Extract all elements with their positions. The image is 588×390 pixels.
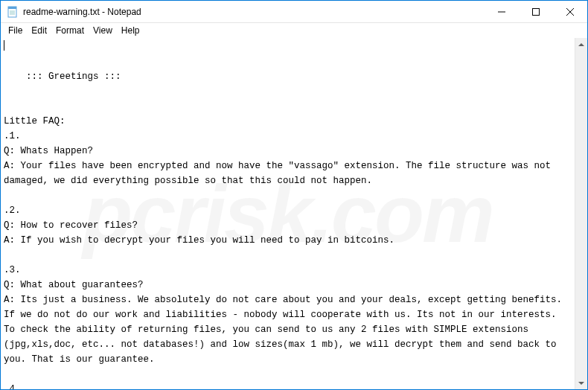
text-cursor [4,40,4,51]
minimize-button[interactable] [485,1,519,23]
svg-marker-9 [578,43,584,46]
window-controls [485,1,587,22]
window-title: readme-warning.txt - Notepad [23,7,485,17]
vertical-scrollbar[interactable] [575,38,587,389]
titlebar: readme-warning.txt - Notepad [1,1,587,23]
scroll-track[interactable] [575,51,587,377]
menu-help[interactable]: Help [117,24,144,37]
menu-format[interactable]: Format [51,24,89,37]
svg-rect-6 [533,9,540,16]
menu-view[interactable]: View [89,24,117,37]
notepad-icon [7,6,19,18]
svg-marker-10 [578,382,584,385]
scroll-down-arrow[interactable] [575,377,587,389]
scroll-up-arrow[interactable] [575,38,587,51]
menu-file[interactable]: File [4,24,27,37]
menu-edit[interactable]: Edit [27,24,51,37]
maximize-button[interactable] [519,1,553,23]
menubar: File Edit Format View Help [1,23,587,38]
document-text: ::: Greetings ::: Little FAQ: .1. Q: Wha… [4,71,568,389]
svg-rect-1 [8,7,16,9]
text-area[interactable]: ::: Greetings ::: Little FAQ: .1. Q: Wha… [1,38,575,389]
close-button[interactable] [553,1,587,23]
